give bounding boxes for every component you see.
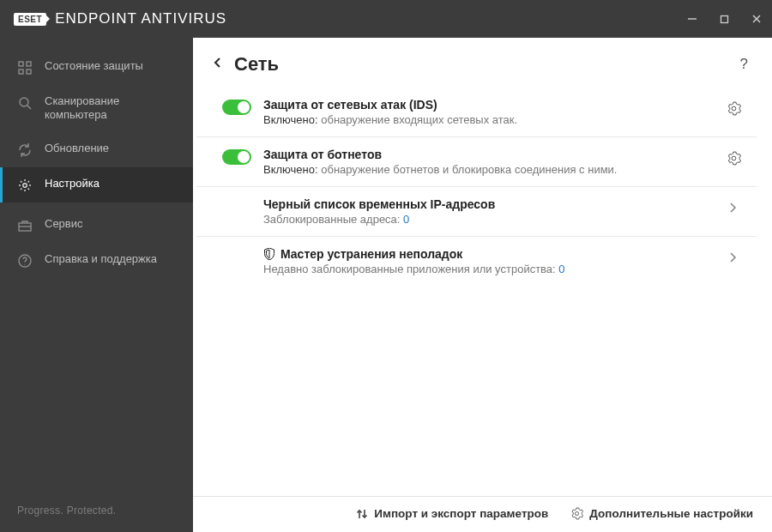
row-subtitle: Недавно заблокированные приложения или у… — [263, 263, 709, 275]
svg-rect-4 — [19, 62, 23, 66]
row-botnet-protection: Защита от ботнетов Включено: обнаружение… — [196, 137, 757, 187]
advanced-settings-button[interactable]: Дополнительные настройки — [570, 507, 753, 520]
toggle-ids[interactable] — [222, 100, 251, 115]
row-troubleshoot-wizard[interactable]: Мастер устранения неполадок Недавно забл… — [196, 237, 757, 286]
import-export-button[interactable]: Импорт и экспорт параметров — [356, 507, 548, 520]
settings-button-botnet[interactable] — [727, 151, 741, 169]
briefcase-icon — [17, 218, 33, 233]
svg-rect-1 — [721, 15, 728, 22]
dashboard-icon — [17, 60, 33, 76]
sidebar-item-status[interactable]: Состояние защиты — [0, 50, 193, 85]
help-icon — [17, 253, 33, 269]
sidebar-item-update[interactable]: Обновление — [0, 132, 193, 167]
sidebar-footer-tagline: Progress. Protected. — [0, 493, 193, 532]
row-title: Черный список временных IP-адресов — [263, 197, 709, 211]
titlebar: ESET ENDPOINT ANTIVIRUS — [0, 0, 772, 38]
minimize-button[interactable] — [687, 14, 697, 24]
row-subtitle: Заблокированные адреса: 0 — [263, 213, 709, 226]
chevron-right-icon — [729, 201, 738, 215]
back-button[interactable] — [212, 56, 222, 73]
close-icon — [751, 14, 762, 24]
app-body: Состояние защиты Сканирование компьютера… — [0, 38, 772, 532]
sidebar-item-label: Настройка — [45, 177, 100, 190]
status-label: Включено: — [263, 163, 318, 176]
settings-button-ids[interactable] — [727, 101, 741, 119]
bottom-bar: Импорт и экспорт параметров Дополнительн… — [193, 496, 772, 532]
sub-label: Недавно заблокированные приложения или у… — [263, 263, 556, 275]
caret-left-icon — [212, 56, 222, 70]
svg-rect-7 — [27, 70, 31, 74]
settings-list: Защита от сетевых атак (IDS) Включено: о… — [193, 88, 772, 286]
main-panel: Сеть ? Защита от сетевых атак (IDS) Вклю… — [193, 38, 772, 532]
row-title: Защита от сетевых атак (IDS) — [263, 98, 709, 112]
app-window: ESET ENDPOINT ANTIVIRUS Состояние защиты — [0, 0, 772, 532]
open-blacklist[interactable] — [729, 201, 738, 218]
sidebar-item-scan[interactable]: Сканирование компьютера — [0, 85, 193, 132]
svg-rect-5 — [27, 62, 31, 66]
gear-icon — [727, 151, 741, 166]
sidebar-item-help[interactable]: Справка и поддержка — [0, 243, 193, 278]
import-export-icon — [356, 508, 368, 520]
svg-rect-6 — [19, 70, 23, 74]
row-subtitle: Включено: обнаружение ботнетов и блокиро… — [263, 163, 709, 176]
sidebar-item-label: Обновление — [45, 142, 109, 155]
page-header: Сеть ? — [193, 38, 772, 88]
page-title: Сеть — [234, 53, 279, 76]
window-controls — [687, 14, 762, 24]
maximize-icon — [720, 15, 729, 24]
svg-point-14 — [24, 263, 25, 264]
svg-point-8 — [20, 98, 28, 106]
gear-icon — [17, 178, 33, 193]
row-title: Защита от ботнетов — [263, 148, 709, 161]
row-ip-blacklist[interactable]: Черный список временных IP-адресов Забло… — [196, 187, 757, 237]
minimize-icon — [687, 14, 697, 24]
blocked-count: 0 — [403, 213, 409, 226]
toggle-botnet[interactable] — [222, 149, 251, 165]
advanced-settings-label: Дополнительные настройки — [589, 507, 753, 520]
recent-blocked-count: 0 — [558, 263, 564, 275]
open-troubleshoot[interactable] — [729, 251, 738, 268]
status-label: Включено: — [263, 113, 318, 126]
row-subtitle: Включено: обнаружение входящих сетевых а… — [263, 113, 709, 126]
svg-line-9 — [27, 106, 31, 109]
shield-icon — [263, 248, 275, 260]
close-button[interactable] — [751, 14, 762, 24]
status-description: обнаружение входящих сетевых атак. — [321, 113, 517, 126]
sidebar-item-tools[interactable]: Сервис — [0, 208, 193, 243]
row-title: Мастер устранения неполадок — [263, 247, 709, 261]
gear-icon — [727, 101, 741, 116]
search-icon — [17, 95, 33, 111]
row-title-text: Мастер устранения неполадок — [280, 247, 462, 261]
sidebar-item-label: Сервис — [45, 217, 83, 231]
sub-label: Заблокированные адреса: — [263, 213, 400, 226]
gear-icon — [570, 507, 583, 520]
import-export-label: Импорт и экспорт параметров — [374, 507, 548, 520]
chevron-right-icon — [729, 251, 738, 264]
status-description: обнаружение ботнетов и блокировка соедин… — [321, 163, 617, 176]
sidebar-item-label: Справка и поддержка — [45, 252, 157, 266]
sidebar-item-label: Состояние защиты — [45, 59, 143, 73]
sidebar-item-setup[interactable]: Настройка — [0, 167, 193, 203]
maximize-button[interactable] — [720, 15, 729, 24]
help-button[interactable]: ? — [740, 56, 748, 73]
svg-point-10 — [23, 183, 27, 186]
brand-logo: ESET — [14, 13, 46, 26]
row-network-attack-protection: Защита от сетевых атак (IDS) Включено: о… — [196, 88, 757, 137]
app-title: ENDPOINT ANTIVIRUS — [55, 10, 226, 27]
sidebar: Состояние защиты Сканирование компьютера… — [0, 38, 193, 532]
sidebar-item-label: Сканирование компьютера — [45, 94, 178, 123]
refresh-icon — [17, 142, 33, 158]
